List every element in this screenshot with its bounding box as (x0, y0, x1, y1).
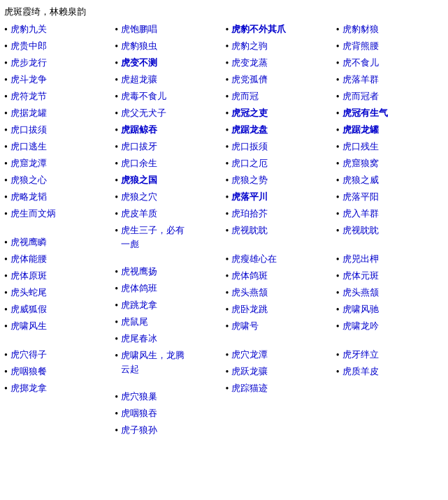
term-link[interactable]: 虎穴得子 (10, 348, 47, 362)
term-link[interactable]: 虎体能腰 (10, 252, 47, 266)
term-link[interactable]: 虎视鹰扬 (121, 265, 157, 279)
term-link[interactable]: 虎斗龙争 (10, 73, 47, 87)
term-link[interactable]: 虎豹之驹 (231, 39, 268, 53)
term-link[interactable]: 虎珀拾芥 (231, 207, 268, 221)
list-item: • 虎踞龙盘 (226, 123, 333, 138)
term-link[interactable]: 虎鼠尾 (121, 315, 148, 329)
term-link[interactable]: 虎豹豺狼 (342, 22, 379, 36)
term-link[interactable]: 虎略龙韬 (10, 190, 47, 204)
term-link[interactable]: 虎皮羊质 (121, 207, 157, 221)
term-link[interactable]: 虎符龙节 (10, 89, 47, 103)
term-link[interactable]: 虎踞龙罐 (342, 123, 379, 137)
bullet-icon: • (226, 365, 229, 379)
term-link[interactable]: 虎豹狼虫 (121, 39, 157, 53)
term-link[interactable]: 虎卧龙跳 (231, 302, 268, 316)
term-link[interactable]: 虎狼之心 (10, 173, 47, 187)
term-link[interactable]: 虎口余生 (121, 156, 157, 170)
term-link[interactable]: 虎冠之吏 (231, 106, 268, 120)
term-link[interactable]: 虎口拔须 (10, 123, 47, 137)
term-link[interactable]: 虎视眈眈 (231, 223, 268, 237)
term-link[interactable]: 虎而冠者 (342, 89, 379, 103)
term-link[interactable]: 虎尾春冰 (121, 332, 157, 346)
term-link[interactable]: 虎不食儿 (342, 56, 379, 70)
bullet-icon: • (226, 73, 229, 87)
term-link[interactable]: 虎啸风驰 (342, 302, 379, 316)
term-link[interactable]: 虎咽狼吞 (121, 406, 157, 420)
term-link[interactable]: 虎体原斑 (10, 269, 47, 283)
bullet-icon: • (115, 173, 118, 188)
list-item: • 虎超龙骧 (115, 73, 222, 87)
term-link-continued[interactable]: 云起 (121, 362, 185, 376)
term-link[interactable]: 虎口之厄 (231, 156, 268, 170)
term-link[interactable]: 虎口拔牙 (121, 140, 157, 154)
term-link[interactable]: 虎窟龙潭 (10, 156, 47, 170)
term-link[interactable]: 虎狼之国 (121, 173, 157, 187)
term-link[interactable]: 虎贵中郎 (10, 39, 47, 53)
term-link[interactable]: 虎威狐假 (10, 302, 47, 316)
term-link[interactable]: 虎穴狼巢 (121, 390, 157, 404)
term-link[interactable]: 虎落羊群 (342, 73, 379, 87)
term-link[interactable]: 虎体鸽斑 (231, 269, 268, 283)
term-link[interactable]: 虎窟狼窝 (342, 156, 379, 170)
term-link[interactable]: 虎头燕颔 (231, 286, 268, 300)
term-link[interactable]: 虎头蛇尾 (10, 286, 47, 300)
term-link[interactable]: 虎口残生 (342, 140, 379, 154)
term-link[interactable]: 虎啸风生，龙腾 (121, 348, 185, 362)
term-link[interactable]: 虎穴龙潭 (231, 348, 268, 362)
term-link[interactable]: 虎毒不食儿 (121, 89, 166, 103)
term-link[interactable]: 虎据龙罐 (10, 106, 47, 120)
term-link[interactable]: 虎豹不外其爪 (231, 22, 286, 36)
list-item: • 虎视眈眈 (226, 223, 333, 238)
term-link[interactable]: 虎冠有生气 (342, 106, 388, 120)
term-link[interactable]: 虎跳龙拿 (121, 298, 157, 312)
term-link[interactable]: 虎视眈眈 (342, 223, 379, 237)
term-link[interactable]: 虎变不测 (121, 56, 157, 70)
term-link[interactable]: 虎超龙骧 (121, 73, 157, 87)
term-link[interactable]: 虎体鸽班 (121, 281, 157, 295)
term-link[interactable]: 虎落平阳 (342, 190, 379, 204)
term-link[interactable]: 虎啸龙吟 (342, 319, 379, 333)
term-link[interactable]: 虎踞龙盘 (231, 123, 268, 137)
term-link[interactable]: 虎而冠 (231, 89, 259, 103)
bullet-icon: • (4, 319, 8, 334)
list-item: • 虎牙绊立 (336, 348, 444, 362)
term-link[interactable]: 虎变龙蒸 (231, 56, 268, 70)
term-link[interactable]: 虎豹九关 (10, 22, 47, 36)
term-link[interactable]: 虎饱鹏唱 (121, 22, 157, 36)
bullet-icon: • (4, 39, 8, 54)
term-link[interactable]: 虎狼之势 (231, 173, 268, 187)
term-link[interactable]: 虎啸号 (231, 319, 259, 333)
term-link[interactable]: 虎入羊群 (342, 207, 379, 221)
term-link[interactable]: 虎狼之威 (342, 173, 379, 187)
term-link-continued[interactable]: 一彪 (121, 237, 185, 251)
list-item: • 虎窟龙潭 (4, 156, 112, 171)
term-link[interactable]: 虎背熊腰 (342, 39, 379, 53)
bullet-icon: • (336, 156, 340, 171)
term-link[interactable]: 虎啸风生 (10, 319, 47, 333)
term-link[interactable]: 虎兕出柙 (342, 252, 379, 266)
term-link[interactable]: 虎瘦雄心在 (231, 252, 277, 266)
term-link[interactable]: 虎口逃生 (10, 140, 47, 154)
term-link[interactable]: 虎踞鲸吞 (121, 123, 157, 137)
term-link[interactable]: 虎生而文炳 (10, 207, 56, 221)
term-link[interactable]: 虎党孤儕 (231, 73, 268, 87)
term-link[interactable]: 虎牙绊立 (342, 348, 379, 362)
term-link[interactable]: 虎质羊皮 (342, 365, 379, 378)
bullet-icon: • (4, 123, 8, 138)
term-link[interactable]: 虎步龙行 (10, 56, 47, 70)
list-item: • 虎体鸽班 (115, 281, 222, 296)
term-link[interactable]: 虎落平川 (231, 190, 268, 204)
term-link[interactable]: 虎掷龙拿 (10, 381, 47, 395)
term-link[interactable]: 虎生三子，必有 (121, 223, 185, 237)
term-link[interactable]: 虎狼之穴 (121, 190, 157, 204)
term-link[interactable]: 虎头燕颔 (342, 286, 379, 300)
term-link[interactable]: 虎跃龙骧 (231, 365, 268, 378)
term-link[interactable]: 虎咽狼餐 (10, 365, 47, 378)
term-link[interactable]: 虎视鹰瞵 (10, 235, 47, 249)
term-link[interactable]: 虎父无犬子 (121, 106, 166, 120)
term-link[interactable]: 虎子狼孙 (121, 423, 157, 437)
term-link[interactable]: 虎体元斑 (342, 269, 379, 283)
list-item: • 虎落羊群 (336, 73, 444, 87)
term-link[interactable]: 虎踪猫迹 (231, 381, 268, 395)
term-link[interactable]: 虎口扳须 (231, 140, 268, 154)
